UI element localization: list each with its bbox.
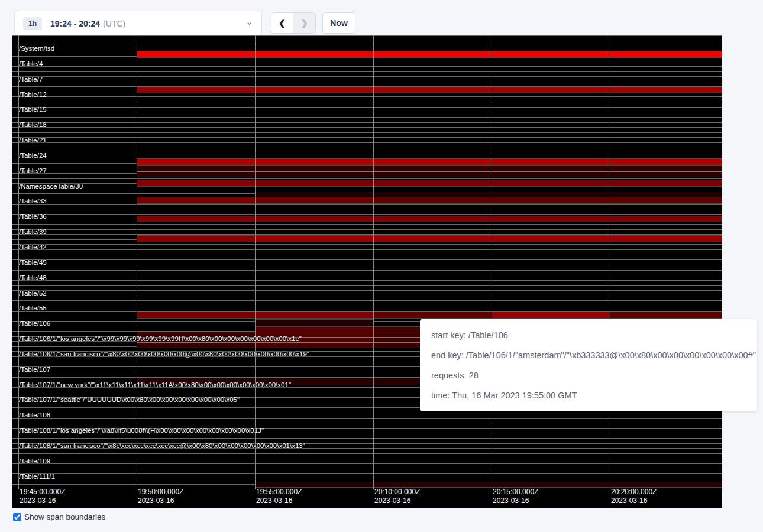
span-boundary-line xyxy=(12,311,722,312)
span-boundary-line xyxy=(12,255,722,255)
span-boundary-line xyxy=(12,438,722,439)
now-button[interactable]: Now xyxy=(322,12,355,34)
span-boundary-line xyxy=(12,41,722,41)
row-label: /Table/4 xyxy=(19,60,43,68)
hover-tooltip: start key: /Table/106end key: /Table/106… xyxy=(420,319,757,411)
row-label: /Table/33 xyxy=(19,197,47,205)
row-label: /Table/108/1/"san francisco"/"\x8c\xcc\x… xyxy=(19,442,305,450)
row-label: /Table/27 xyxy=(19,167,47,175)
heatmap-band xyxy=(255,482,373,487)
row-label: /NamespaceTable/30 xyxy=(19,183,83,190)
heatmap-band xyxy=(137,216,722,222)
heatmap-band xyxy=(492,312,610,318)
heatmap-band xyxy=(255,192,722,197)
prev-time-button[interactable]: ❮ xyxy=(271,12,293,34)
show-span-boundaries-label[interactable]: Show span boundaries xyxy=(24,512,105,521)
heatmap-band xyxy=(255,236,722,242)
time-gridline xyxy=(137,35,137,489)
footer: Show span boundaries xyxy=(13,512,105,521)
row-label: /Table/106/1/"los angeles"/"\x99\x99\x99… xyxy=(19,335,302,343)
heatmap-band xyxy=(255,327,373,332)
time-range-selector[interactable]: 1h 19:24 - 20:24 (UTC) ⌄ xyxy=(14,11,262,36)
row-label: /Table/109 xyxy=(19,458,50,465)
row-label: /Table/42 xyxy=(19,244,47,251)
row-label: /Table/45 xyxy=(19,259,47,267)
heatmap-band xyxy=(255,312,373,318)
row-label: /Table/18 xyxy=(19,121,47,129)
time-gridline xyxy=(492,35,492,489)
heatmap-band xyxy=(137,172,722,177)
span-boundary-line xyxy=(12,229,722,230)
time-gridline xyxy=(610,35,610,489)
heatmap-band xyxy=(137,159,722,165)
span-boundary-line xyxy=(12,265,722,265)
time-zone-label: (UTC) xyxy=(103,19,125,28)
row-label: /Table/36 xyxy=(19,213,47,220)
row-label: /Table/55 xyxy=(19,304,47,312)
span-boundary-line xyxy=(12,142,722,143)
toolbar: 1h 19:24 - 20:24 (UTC) ⌄ ❮ ❯ Now xyxy=(0,0,763,35)
span-boundary-line xyxy=(12,112,722,112)
x-axis-tick-label: 19:45:00.000Z 2023-03-16 xyxy=(20,488,65,505)
span-boundary-line xyxy=(12,178,722,179)
time-nav-group: ❮ ❯ xyxy=(271,12,316,34)
span-boundary-line xyxy=(12,249,722,250)
heatmap-band xyxy=(137,343,255,348)
row-label: /Table/24 xyxy=(19,152,47,160)
heatmap-band xyxy=(255,87,722,93)
row-label: /Table/106/1/"san francisco"/"\x80\x00\x… xyxy=(19,351,309,358)
row-label: /Table/111/1 xyxy=(19,473,55,481)
chevron-down-icon: ⌄ xyxy=(245,19,253,25)
span-boundary-line xyxy=(12,244,722,245)
heatmap-band xyxy=(137,166,722,171)
row-label: /Table/15 xyxy=(19,106,47,113)
span-boundary-line xyxy=(12,148,722,148)
span-boundary-line xyxy=(12,96,722,97)
span-boundary-line xyxy=(12,280,722,281)
span-boundary-line xyxy=(12,259,722,260)
show-span-boundaries-checkbox[interactable] xyxy=(13,513,21,521)
tooltip-line: requests: 28 xyxy=(431,365,757,385)
x-axis-tick-label: 20:15:00.000Z 2023-03-16 xyxy=(493,488,538,505)
span-boundary-line xyxy=(12,117,722,118)
span-boundary-line xyxy=(12,413,722,413)
row-label: /Table/106 xyxy=(19,320,50,327)
x-axis-tick-label: 19:50:00.000Z 2023-03-16 xyxy=(138,488,183,505)
row-label: /Table/12 xyxy=(19,91,47,99)
x-axis-tick-label: 19:55:00.000Z 2023-03-16 xyxy=(256,488,302,505)
heatmap-band xyxy=(255,320,373,325)
span-boundary-line xyxy=(12,224,722,225)
row-label: /System/tsd xyxy=(19,45,54,53)
tooltip-line: start key: /Table/106 xyxy=(431,325,757,345)
x-axis-tick-label: 20:20:00.000Z 2023-03-16 xyxy=(611,488,657,505)
next-time-button[interactable]: ❯ xyxy=(293,12,316,34)
heatmap-band xyxy=(373,197,722,203)
span-boundary-line xyxy=(12,209,722,209)
span-boundary-line xyxy=(12,71,722,72)
key-visualizer-canvas[interactable]: /System/tsd/Table/4/Table/7/Table/12/Tab… xyxy=(12,35,722,508)
time-range-label: 19:24 - 20:24 xyxy=(50,19,100,28)
span-boundary-line xyxy=(12,61,722,61)
span-boundary-line xyxy=(12,158,722,158)
heatmap-band xyxy=(137,197,255,203)
row-label: /Table/107 xyxy=(19,366,50,374)
tooltip-line: end key: /Table/106/1/"amsterdam"/"\xb33… xyxy=(431,345,757,365)
span-boundary-line xyxy=(12,418,722,419)
span-boundary-line xyxy=(12,234,722,235)
span-boundary-line xyxy=(12,479,722,479)
span-boundary-line xyxy=(12,102,722,102)
time-gridline xyxy=(373,35,374,489)
row-label: /Table/108/1/"los angeles"/"\xa8\xf5\u00… xyxy=(19,427,264,434)
heatmap-band xyxy=(373,482,722,487)
heatmap-band xyxy=(137,87,255,93)
span-boundary-line xyxy=(12,285,722,286)
span-boundary-line xyxy=(12,463,722,464)
heatmap-band xyxy=(137,236,255,242)
span-boundary-line xyxy=(12,453,722,454)
time-gridline xyxy=(255,35,256,489)
span-boundary-line xyxy=(12,300,722,301)
span-boundary-line xyxy=(12,107,722,108)
row-label: /Table/7 xyxy=(19,76,43,83)
span-boundary-line xyxy=(12,290,722,291)
row-label: /Table/21 xyxy=(19,137,47,144)
